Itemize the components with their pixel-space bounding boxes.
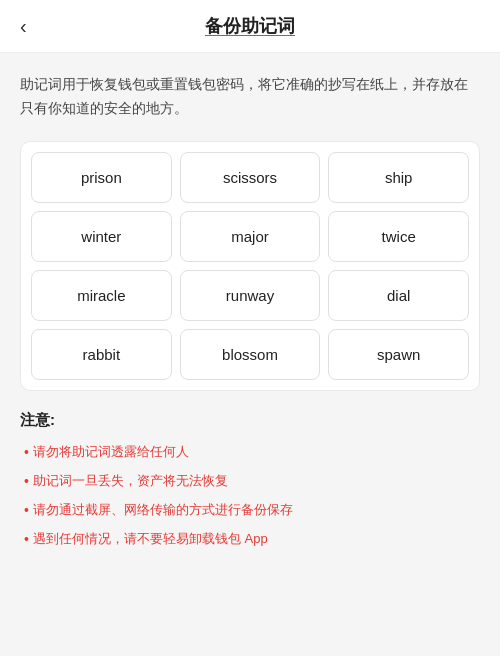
page-title: 备份助记词 [205,14,295,38]
mnemonic-cell: twice [328,211,469,262]
mnemonic-cell: major [180,211,321,262]
notice-bullet: • [24,527,29,552]
notice-item-text: 遇到任何情况，请不要轻易卸载钱包 App [33,527,268,550]
mnemonic-cell: dial [328,270,469,321]
notice-item-text: 请勿通过截屏、网络传输的方式进行备份保存 [33,498,293,521]
notice-list: •请勿将助记词透露给任何人•助记词一旦丢失，资产将无法恢复•请勿通过截屏、网络传… [20,440,480,553]
notice-item: •遇到任何情况，请不要轻易卸载钱包 App [20,527,480,552]
mnemonic-cell: spawn [328,329,469,380]
notice-item-text: 请勿将助记词透露给任何人 [33,440,189,463]
mnemonic-cell: prison [31,152,172,203]
content: 助记词用于恢复钱包或重置钱包密码，将它准确的抄写在纸上，并存放在只有你知道的安全… [0,53,500,391]
mnemonic-cell: runway [180,270,321,321]
notice-title: 注意: [20,411,480,430]
notice-item: •助记词一旦丢失，资产将无法恢复 [20,469,480,494]
notice-bullet: • [24,469,29,494]
mnemonic-cell: winter [31,211,172,262]
description-text: 助记词用于恢复钱包或重置钱包密码，将它准确的抄写在纸上，并存放在只有你知道的安全… [20,73,480,121]
mnemonic-cell: ship [328,152,469,203]
header: ‹ 备份助记词 [0,0,500,53]
mnemonic-grid: prisonscissorsshipwintermajortwicemiracl… [31,152,469,380]
mnemonic-cell: miracle [31,270,172,321]
mnemonic-cell: blossom [180,329,321,380]
notice-item: •请勿将助记词透露给任何人 [20,440,480,465]
notice-bullet: • [24,440,29,465]
notice-item: •请勿通过截屏、网络传输的方式进行备份保存 [20,498,480,523]
notice-bullet: • [24,498,29,523]
mnemonic-cell: scissors [180,152,321,203]
mnemonic-cell: rabbit [31,329,172,380]
notice-item-text: 助记词一旦丢失，资产将无法恢复 [33,469,228,492]
mnemonic-grid-wrapper: prisonscissorsshipwintermajortwicemiracl… [20,141,480,391]
back-button[interactable]: ‹ [20,15,27,38]
notice-section: 注意: •请勿将助记词透露给任何人•助记词一旦丢失，资产将无法恢复•请勿通过截屏… [0,411,500,577]
